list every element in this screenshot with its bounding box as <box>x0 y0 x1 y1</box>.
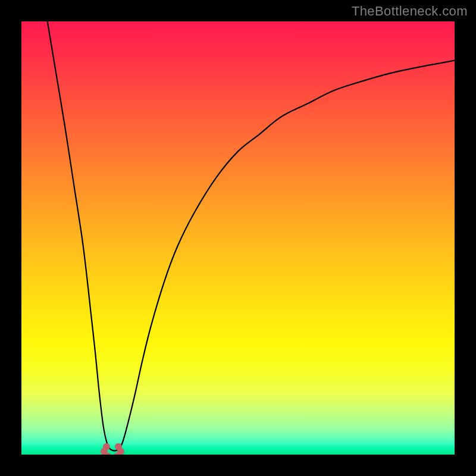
watermark-text: TheBottleneck.com <box>352 4 468 19</box>
chart-frame: TheBottleneck.com <box>0 0 476 476</box>
curve-line <box>48 21 455 451</box>
bottleneck-curve <box>48 21 455 451</box>
trough-marker <box>101 443 124 455</box>
plot-area <box>21 21 455 455</box>
curve-svg <box>21 21 455 455</box>
